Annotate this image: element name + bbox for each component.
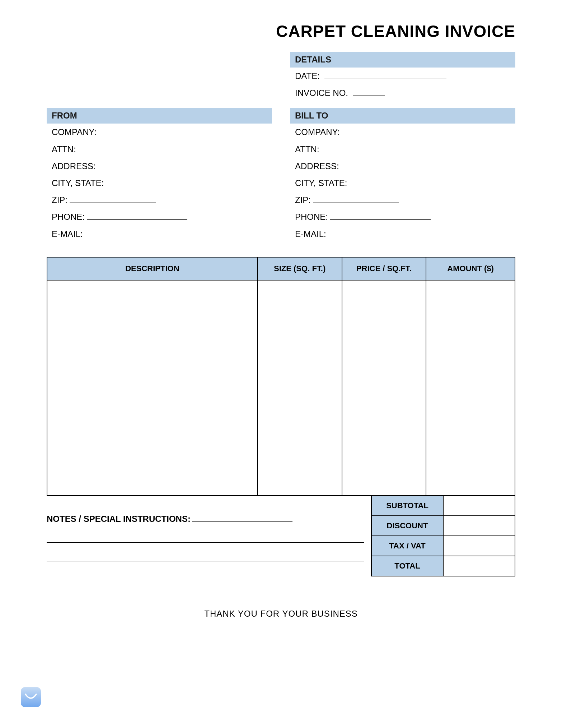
billto-address-field[interactable]: ADDRESS: [290,158,515,175]
col-header-size: SIZE (SQ. FT.) [258,257,342,280]
totals-table: SUBTOTAL DISCOUNT TAX / VAT TOTAL [371,495,515,576]
cell-price[interactable] [342,280,426,496]
cell-size[interactable] [258,280,342,496]
total-label: TOTAL [371,556,443,576]
date-field[interactable]: DATE: [290,68,515,84]
discount-value[interactable] [443,516,515,536]
col-header-amount: AMOUNT ($) [426,257,515,280]
discount-row: DISCOUNT [371,516,515,536]
from-block: FROM COMPANY: ATTN: ADDRESS: CITY, STATE… [47,108,272,242]
top-left-spacer [47,52,272,108]
from-phone-field[interactable]: PHONE: [47,208,272,225]
top-row: DETAILS DATE: INVOICE NO. [47,52,515,108]
billto-phone-label: PHONE: [295,212,328,222]
invoice-no-label: INVOICE NO. [295,88,348,98]
tax-value[interactable] [443,536,515,556]
from-phone-label: PHONE: [52,212,85,222]
items-table: DESCRIPTION SIZE (SQ. FT.) PRICE / SQ.FT… [47,257,515,496]
date-label: DATE: [295,71,320,81]
details-header: DETAILS [290,52,515,68]
cell-description[interactable] [47,280,258,496]
tax-row: TAX / VAT [371,536,515,556]
billto-attn-field[interactable]: ATTN: [290,141,515,158]
billto-city-state-field[interactable]: CITY, STATE: [290,175,515,191]
from-city-state-label: CITY, STATE: [52,178,104,188]
from-city-state-field[interactable]: CITY, STATE: [47,175,272,191]
from-company-field[interactable]: COMPANY: [47,124,272,140]
total-row: TOTAL [371,556,515,576]
table-row[interactable] [47,280,515,496]
billto-city-state-label: CITY, STATE: [295,178,347,188]
page-title: CARPET CLEANING INVOICE [47,22,515,41]
from-header: FROM [47,108,272,124]
from-attn-field[interactable]: ATTN: [47,141,272,158]
billto-phone-field[interactable]: PHONE: [290,208,515,225]
from-attn-label: ATTN: [52,144,76,154]
details-block: DETAILS DATE: INVOICE NO. [290,52,515,108]
notes-line-3[interactable] [47,550,364,561]
billto-company-field[interactable]: COMPANY: [290,124,515,140]
from-billto-row: FROM COMPANY: ATTN: ADDRESS: CITY, STATE… [47,108,515,242]
billto-zip-field[interactable]: ZIP: [290,191,515,208]
tax-label: TAX / VAT [371,536,443,556]
invoice-no-field[interactable]: INVOICE NO. [290,84,515,101]
from-zip-field[interactable]: ZIP: [47,191,272,208]
from-email-label: E-MAIL: [52,229,83,239]
cell-amount[interactable] [426,280,515,496]
notes-first-line[interactable]: NOTES / SPECIAL INSTRUCTIONS: [47,514,364,524]
billto-email-label: E-MAIL: [295,229,326,239]
billto-address-label: ADDRESS: [295,161,339,171]
from-address-field[interactable]: ADDRESS: [47,158,272,175]
smile-icon [21,687,41,707]
discount-label: DISCOUNT [371,516,443,536]
subtotal-value[interactable] [443,496,515,516]
from-email-field[interactable]: E-MAIL: [47,226,272,242]
subtotal-label: SUBTOTAL [371,496,443,516]
bottom-section: NOTES / SPECIAL INSTRUCTIONS: SUBTOTAL D… [47,496,515,576]
notes-label: NOTES / SPECIAL INSTRUCTIONS: [47,514,191,524]
thank-you-message: THANK YOU FOR YOUR BUSINESS [47,609,515,619]
billto-email-field[interactable]: E-MAIL: [290,226,515,242]
billto-block: BILL TO COMPANY: ATTN: ADDRESS: CITY, ST… [290,108,515,242]
subtotal-row: SUBTOTAL [371,496,515,516]
billto-attn-label: ATTN: [295,144,319,154]
notes-line-2[interactable] [47,531,364,543]
notes-area: NOTES / SPECIAL INSTRUCTIONS: [47,496,371,576]
total-value[interactable] [443,556,515,576]
from-zip-label: ZIP: [52,195,67,205]
invoice-page: CARPET CLEANING INVOICE DETAILS DATE: IN… [0,0,562,648]
billto-zip-label: ZIP: [295,195,311,205]
from-company-label: COMPANY: [52,127,97,137]
from-address-label: ADDRESS: [52,161,96,171]
billto-header: BILL TO [290,108,515,124]
billto-company-label: COMPANY: [295,127,340,137]
col-header-price: PRICE / SQ.FT. [342,257,426,280]
col-header-description: DESCRIPTION [47,257,258,280]
